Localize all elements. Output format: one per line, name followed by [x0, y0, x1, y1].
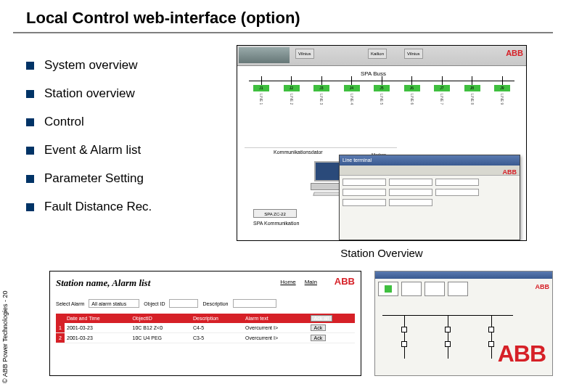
bullet-item: Parameter Setting	[26, 171, 229, 186]
param-field[interactable]	[435, 179, 479, 186]
cell-objectid: 10C B12 Z<0	[131, 323, 191, 333]
content-row: System overview Station overview Control…	[0, 33, 566, 259]
filter-input[interactable]	[169, 299, 198, 308]
breaker-symbol-icon[interactable]	[488, 327, 494, 332]
cell-description: C3-5	[191, 333, 243, 343]
breaker-symbol-icon[interactable]	[401, 327, 407, 332]
sld-button[interactable]	[401, 282, 422, 296]
relay-box[interactable]: J2	[284, 85, 300, 91]
alarm-nav-links: Home Main	[280, 279, 317, 285]
param-field[interactable]	[435, 189, 479, 196]
col-ack: Ack all	[308, 314, 355, 323]
bullet-marker-icon	[26, 175, 34, 183]
breaker-symbol-icon[interactable]	[445, 327, 451, 332]
relay-box[interactable]: J4	[344, 85, 360, 91]
sld-toolbar	[378, 282, 549, 296]
param-field[interactable]	[389, 189, 432, 196]
feeder: J9LINE 9	[491, 76, 513, 142]
ack-button[interactable]: Ack	[311, 335, 327, 341]
table-row: 1 2001-03-23 10C B12 Z<0 C4-5 Overcurren…	[56, 323, 355, 333]
home-link[interactable]: Home	[280, 279, 295, 285]
feeder: J8LINE 8	[462, 76, 483, 142]
cell-idx: 1	[56, 323, 65, 333]
abb-logo: ABB	[506, 49, 523, 57]
relay-box[interactable]: J8	[464, 85, 480, 91]
feeder: J5LINE 5	[371, 76, 393, 142]
bullet-marker-icon	[26, 118, 34, 126]
system-overview-diagram: Vilnius Kailion Vilnius ABB SPA Buss J1L…	[237, 45, 527, 241]
filter-input[interactable]	[233, 299, 276, 308]
col-description: Description	[191, 314, 243, 323]
col-idx	[56, 314, 65, 323]
alarm-filter-row: Select Alarm All alarm status Object ID …	[56, 299, 355, 308]
main-link[interactable]: Main	[305, 279, 317, 285]
window-titlebar: Line terminal	[340, 155, 520, 166]
bullet-item: Event & Alarm list	[26, 143, 229, 158]
relay-box[interactable]: J5	[374, 85, 390, 91]
feeder: J4LINE 4	[341, 76, 363, 142]
window-toolbar	[340, 166, 520, 176]
col-datetime: Date and Time	[65, 314, 131, 323]
station-photo-icon	[239, 47, 290, 63]
sld-button[interactable]	[448, 282, 468, 296]
header-nav-button[interactable]: Vilnius	[404, 49, 423, 59]
cell-objectid: 10C U4 PEG	[131, 333, 191, 343]
cell-alarmtext: Overcurrent I>	[243, 333, 308, 343]
disconnector-symbol-icon[interactable]	[445, 341, 451, 347]
table-header-row: Date and Time ObjectID Description Alarm…	[56, 314, 355, 323]
disconnector-symbol-icon[interactable]	[488, 341, 494, 347]
feeder: J1LINE 1	[250, 76, 272, 142]
slide-title: Local Control web-interface (option)	[0, 0, 566, 32]
param-field[interactable]	[389, 199, 432, 206]
cell-ack: Ack	[308, 323, 355, 333]
window-body	[340, 176, 520, 209]
sld-button[interactable]	[378, 282, 398, 296]
relay-box[interactable]: J6	[404, 85, 420, 91]
status-green-icon	[385, 285, 392, 293]
sld-titlebar	[375, 271, 552, 279]
bullet-text: Parameter Setting	[44, 171, 144, 186]
filter-select[interactable]: All alarm status	[89, 299, 139, 308]
feeder: J7LINE 7	[431, 76, 453, 142]
header-nav-button[interactable]: Kailion	[368, 49, 387, 59]
spa-text: SPA Kommunikation	[253, 221, 299, 226]
param-field[interactable]	[389, 179, 432, 186]
alarm-list-panel: Station name, Alarm list Home Main ABB S…	[49, 271, 361, 376]
filter-label: Select Alarm	[56, 301, 84, 306]
filter-label: Description	[202, 301, 228, 306]
bullet-marker-icon	[26, 147, 34, 155]
relay-box[interactable]: J9	[494, 85, 510, 91]
ack-button[interactable]: Ack	[311, 324, 327, 331]
ack-all-button[interactable]: Ack all	[311, 315, 333, 322]
relay-box[interactable]: J7	[434, 85, 450, 91]
param-field[interactable]	[343, 179, 386, 186]
filter-label: Object ID	[144, 301, 165, 306]
feeder-row: J1LINE 1 J2LINE 2 J3LINE 3 J4LINE 4 J5LI…	[250, 76, 513, 142]
bullet-marker-icon	[26, 203, 34, 211]
feeder-line	[448, 315, 448, 359]
bullet-list: System overview Station overview Control…	[26, 45, 229, 259]
param-field[interactable]	[343, 189, 386, 196]
bullet-text: System overview	[44, 58, 137, 73]
cell-datetime: 2001-03-23	[65, 323, 131, 333]
relay-box[interactable]: J3	[313, 85, 329, 91]
bullet-item: System overview	[26, 58, 229, 73]
bullet-marker-icon	[26, 90, 34, 98]
copyright-text: © ABB Power Technologies - 20	[1, 290, 9, 383]
feeder: J3LINE 3	[311, 76, 332, 142]
relay-box[interactable]: J1	[253, 85, 269, 91]
col-objectid: ObjectID	[131, 314, 191, 323]
bullet-item: Fault Distance Rec.	[26, 200, 229, 214]
diagram-area: Vilnius Kailion Vilnius ABB SPA Buss J1L…	[237, 45, 553, 259]
param-field[interactable]	[343, 199, 386, 206]
col-alarmtext: Alarm text	[243, 314, 308, 323]
feeder: J6LINE 6	[401, 76, 423, 142]
parameter-window[interactable]: Line terminal ABB	[339, 155, 520, 240]
spa-converter-box: SPA ZC-22	[253, 209, 297, 218]
sld-button[interactable]	[424, 282, 445, 296]
header-nav-button[interactable]: Vilnius	[295, 49, 314, 59]
disconnector-symbol-icon[interactable]	[401, 341, 407, 347]
lower-row: Station name, Alarm list Home Main ABB S…	[49, 271, 553, 376]
bullet-text: Station overview	[44, 86, 135, 101]
cell-description: C4-5	[191, 323, 243, 333]
